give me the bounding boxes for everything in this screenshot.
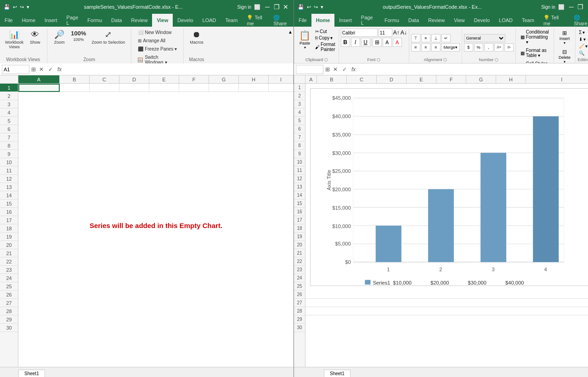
left-dropdown-btn[interactable]: ▾ xyxy=(27,4,29,10)
left-selected-cell-a1[interactable] xyxy=(18,84,60,92)
right-insert-btn[interactable]: ⊞ Insert ▾ xyxy=(556,29,574,46)
font-grow-icon[interactable]: A↑ xyxy=(393,29,400,36)
right-chart-container[interactable]: $45,000 $40,000 $35,000 $30,000 $25,000 … xyxy=(310,88,588,286)
right-underline-btn[interactable]: U xyxy=(361,38,370,47)
left-cancel-btn[interactable]: ✕ xyxy=(38,66,45,73)
right-align-bottom-btn[interactable]: ⊥ xyxy=(431,34,441,42)
left-tab-view[interactable]: View xyxy=(152,14,173,27)
left-sheet-tab-1[interactable]: Sheet1 xyxy=(18,370,45,377)
right-tab-data[interactable]: Data xyxy=(404,14,424,27)
right-minimize-btn[interactable]: ─ xyxy=(567,3,576,11)
right-align-middle-btn[interactable]: ≡ xyxy=(421,34,430,42)
right-tab-file[interactable]: File xyxy=(294,14,311,27)
right-empty-row-23[interactable] xyxy=(305,299,588,307)
right-increase-decimal-btn[interactable]: .0+ xyxy=(494,43,503,51)
right-empty-row-24[interactable] xyxy=(305,307,588,315)
left-cell-ref[interactable] xyxy=(2,65,29,74)
right-tab-pagel[interactable]: Page L xyxy=(356,14,380,27)
cell-g1[interactable] xyxy=(209,84,239,92)
alignment-expand-icon[interactable]: ⬡ xyxy=(443,57,447,62)
left-100pct-btn[interactable]: 100% 100% xyxy=(68,29,88,43)
right-wrap-text-btn[interactable]: ↵ xyxy=(441,34,451,42)
right-italic-btn[interactable]: I xyxy=(351,38,360,47)
left-minimize-btn[interactable]: ─ xyxy=(263,3,271,11)
right-align-center-btn[interactable]: ≡ xyxy=(421,43,430,51)
right-fx-btn[interactable]: fx xyxy=(350,66,357,73)
left-tab-insert[interactable]: Insert xyxy=(40,14,62,27)
left-tab-file[interactable]: File xyxy=(0,14,17,27)
right-sign-in[interactable]: Sign in xyxy=(541,5,555,10)
right-font-color-btn[interactable]: A xyxy=(393,38,402,47)
right-tab-develo[interactable]: Develo xyxy=(469,14,494,27)
right-restore-btn[interactable]: ❐ xyxy=(577,3,585,11)
right-borders-btn[interactable]: ⊞ xyxy=(373,38,382,47)
right-bold-btn[interactable]: B xyxy=(341,38,350,47)
right-cut-btn[interactable]: ✂Cut xyxy=(314,29,337,34)
right-decrease-decimal-btn[interactable]: .0- xyxy=(504,43,514,51)
right-percent-btn[interactable]: % xyxy=(474,43,483,51)
cell-b1[interactable] xyxy=(60,84,90,92)
font-shrink-icon[interactable]: A↓ xyxy=(401,29,407,36)
left-macros-btn[interactable]: ⏺ Macros xyxy=(187,29,206,46)
left-new-window-btn[interactable]: ⬜ New Window xyxy=(135,29,174,36)
right-clear-btn[interactable]: 🧹▾ xyxy=(577,43,588,49)
left-formula-input[interactable] xyxy=(65,66,292,73)
left-tab-formu[interactable]: Formu xyxy=(83,14,107,27)
right-accounting-btn[interactable]: $ xyxy=(464,43,473,51)
cell-c1[interactable] xyxy=(90,84,119,92)
clipboard-expand-icon[interactable]: ⬡ xyxy=(324,57,328,62)
right-tab-home[interactable]: Home xyxy=(311,14,335,27)
right-paste-btn[interactable]: 📋 Paste ▾ xyxy=(297,29,313,51)
right-tab-team[interactable]: Team xyxy=(517,14,539,27)
left-tablet-icon[interactable]: ⬜ xyxy=(254,4,260,10)
left-save-icon[interactable]: 💾 xyxy=(4,4,10,10)
right-cell-styles-btn[interactable]: ▦ Cell Styles ▾ xyxy=(519,60,551,63)
left-zoom-btn[interactable]: 🔎 Zoom xyxy=(51,29,68,46)
cell-i1[interactable] xyxy=(269,84,294,92)
left-restore-btn[interactable]: ❐ xyxy=(272,3,281,11)
right-font-size-input[interactable] xyxy=(379,29,392,37)
left-workbook-views-btn[interactable]: 📊 WorkbookViews xyxy=(3,29,26,51)
right-number-format-select[interactable]: General xyxy=(464,34,505,42)
right-align-top-btn[interactable]: ⊤ xyxy=(411,34,420,42)
right-delete-btn[interactable]: ⊟ Delete ▾ xyxy=(556,47,574,63)
right-formula-expand-btn[interactable]: ⊞ xyxy=(325,66,330,73)
left-fx-btn[interactable]: fx xyxy=(56,66,63,73)
left-formula-expand-btn[interactable]: ⊞ xyxy=(31,66,36,73)
right-copy-btn[interactable]: ⎘Copy▾ xyxy=(314,35,337,41)
left-sign-in[interactable]: Sign in xyxy=(237,5,251,10)
right-tab-load[interactable]: LOAD xyxy=(494,14,517,27)
cell-e1[interactable] xyxy=(149,84,179,92)
left-zoom-selection-btn[interactable]: ⤢ Zoom to Selection xyxy=(90,29,128,46)
right-tab-formu[interactable]: Formu xyxy=(380,14,404,27)
right-merge-btn[interactable]: Merge▾ xyxy=(441,43,460,51)
right-tab-insert[interactable]: Insert xyxy=(334,14,356,27)
cell-d1[interactable] xyxy=(119,84,149,92)
left-tab-team[interactable]: Team xyxy=(221,14,243,27)
left-tab-data[interactable]: Data xyxy=(107,14,126,27)
right-empty-row-22[interactable] xyxy=(305,291,588,299)
right-undo-btn[interactable]: ↩ xyxy=(307,4,311,10)
left-tab-develo[interactable]: Develo xyxy=(173,14,198,27)
right-conditional-formatting-btn[interactable]: ▦ Conditional Formatting ▾ xyxy=(519,29,551,46)
right-sheet-tab-1[interactable]: Sheet1 xyxy=(324,370,351,377)
right-tab-view[interactable]: View xyxy=(449,14,469,27)
right-format-as-table-btn[interactable]: ▦ Format as Table ▾ xyxy=(519,47,551,59)
left-arrange-all-btn[interactable]: ⊞ Arrange All xyxy=(135,37,168,45)
right-align-right-btn[interactable]: ≡ xyxy=(431,43,441,51)
font-expand-icon[interactable]: ⬡ xyxy=(377,57,380,62)
right-autosum-btn[interactable]: Σ▾ xyxy=(577,29,588,35)
left-tab-review[interactable]: Review xyxy=(126,14,152,27)
right-font-name-input[interactable] xyxy=(341,29,378,37)
left-tab-home[interactable]: Home xyxy=(17,14,40,27)
number-expand-icon[interactable]: ⬡ xyxy=(495,57,498,62)
right-tab-tellme[interactable]: 💡 Tell me xyxy=(539,14,569,27)
right-tablet-icon[interactable]: ⬜ xyxy=(558,4,565,10)
left-tab-load[interactable]: LOAD xyxy=(198,14,221,27)
left-tab-share[interactable]: 🌐 Share xyxy=(269,14,294,27)
right-find-btn[interactable]: 🔍 xyxy=(577,50,588,56)
right-cancel-btn[interactable]: ✕ xyxy=(332,66,339,73)
right-save-icon[interactable]: 💾 xyxy=(298,4,304,10)
left-freeze-panes-btn[interactable]: ⬛ Freeze Panes ▾ xyxy=(135,45,180,53)
cell-f1[interactable] xyxy=(179,84,209,92)
